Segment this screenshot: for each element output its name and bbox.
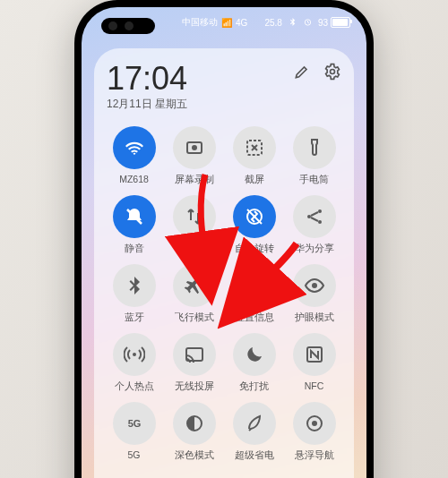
tile-mobiledata: 移动数据 [167,195,221,255]
airplane-label: 飞行模式 [175,312,214,324]
tile-darkmode: 深色模式 [167,402,221,462]
eyecomfort-label: 护眼模式 [295,312,334,324]
tile-wifi: MZ618 [107,126,161,186]
tile-torch: 手电筒 [287,126,341,186]
svg-point-6 [307,215,311,218]
gear-icon[interactable] [323,63,341,84]
tile-screenshot: 截屏 [227,126,281,186]
tile-airplane: 飞行模式 [167,264,221,324]
hotspot-label: 个人热点 [115,380,154,393]
battery-pct: 93 [318,18,328,28]
screenshot-label: 截屏 [245,174,264,186]
net-speed: 25.8 [264,18,281,28]
tile-floatnav: 悬浮导航 [287,402,341,462]
screenshot-toggle[interactable] [233,126,276,169]
dnd-label: 免打扰 [239,380,269,393]
phone-frame: 中国移动 📶 4G 25.8 93 [74,0,374,478]
photo-backdrop: 中国移动 📶 4G 25.8 93 [0,0,448,478]
signal-icon: 📶 [221,18,232,28]
wifi-label: MZ618 [119,174,149,184]
floatnav-label: 悬浮导航 [295,449,334,462]
battery-indicator: 93 [318,17,350,28]
tile-location: 位置信息 [227,264,281,324]
bluetooth-toggle[interactable] [113,264,156,307]
tile-cast: 无线投屏 [167,333,221,393]
clock-date: 12月11日 星期五 [107,97,187,112]
autorotate-label: 自动旋转 [235,243,274,255]
cast-toggle[interactable] [173,333,216,376]
huaweishare-toggle[interactable] [293,195,336,238]
clock-block[interactable]: 17:04 12月11日 星期五 [107,63,187,112]
tile-autorotate: 自动旋转 [227,195,281,255]
quick-settings-panel[interactable]: 17:04 12月11日 星期五 MZ618屏幕录制截屏手电筒静音移动数据自动旋… [94,48,354,478]
tile-dnd: 免打扰 [227,333,281,393]
cast-label: 无线投屏 [175,380,214,393]
tile-screenrec: 屏幕录制 [167,126,221,186]
mobiledata-label: 移动数据 [175,243,214,255]
mute-toggle[interactable] [113,195,156,238]
screenrec-label: 屏幕录制 [175,174,214,186]
powersave-toggle[interactable] [233,402,276,445]
5g-label: 5G [127,449,140,460]
autorotate-toggle[interactable] [233,195,276,238]
floatnav-toggle[interactable] [293,402,336,445]
mobiledata-toggle[interactable] [173,195,216,238]
bluetooth-status-icon [288,17,297,29]
torch-toggle[interactable] [293,126,336,169]
location-label: 位置信息 [235,312,274,324]
tiles-grid: MZ618屏幕录制截屏手电筒静音移动数据自动旋转华为分享蓝牙飞行模式位置信息护眼… [107,126,341,462]
battery-icon [331,17,350,28]
phone-screen: 中国移动 📶 4G 25.8 93 [82,7,366,478]
svg-point-8 [318,220,322,224]
edit-icon[interactable] [293,63,311,84]
svg-point-3 [192,145,197,150]
nfc-label: NFC [305,380,324,391]
svg-point-1 [331,70,335,74]
clock-time: 17:04 [107,63,187,95]
svg-point-7 [318,209,322,213]
nfc-toggle[interactable] [293,333,336,376]
svg-point-11 [133,353,136,356]
tile-powersave: 超级省电 [227,402,281,462]
screenrec-toggle[interactable] [173,126,216,169]
5g-toggle[interactable]: 5G [113,402,156,445]
svg-text:5G: 5G [127,418,141,429]
carrier-label: 中国移动 📶 4G [182,16,247,29]
powersave-label: 超级省电 [235,449,274,462]
wifi-toggle[interactable] [113,126,156,169]
tile-bluetooth: 蓝牙 [107,264,161,324]
svg-point-10 [312,283,317,288]
tile-hotspot: 个人热点 [107,333,161,393]
svg-point-17 [312,421,317,426]
airplane-toggle[interactable] [173,264,216,307]
mute-label: 静音 [125,243,144,255]
tile-huaweishare: 华为分享 [287,195,341,255]
tile-eyecomfort: 护眼模式 [287,264,341,324]
tile-nfc: NFC [287,333,341,393]
darkmode-toggle[interactable] [173,402,216,445]
tile-5g: 5G5G [107,402,161,462]
svg-point-9 [252,281,256,286]
huaweishare-label: 华为分享 [295,243,334,255]
tile-mute: 静音 [107,195,161,255]
net-type: 4G [236,18,247,28]
status-bar: 中国移动 📶 4G 25.8 93 [82,13,366,31]
alarm-status-icon [303,17,313,29]
eyecomfort-toggle[interactable] [293,264,336,307]
darkmode-label: 深色模式 [175,449,214,462]
hotspot-toggle[interactable] [113,333,156,376]
dnd-toggle[interactable] [233,333,276,376]
location-toggle[interactable] [233,264,276,307]
bluetooth-label: 蓝牙 [125,312,144,324]
carrier-text: 中国移动 [182,16,218,29]
panel-header: 17:04 12月11日 星期五 [107,63,341,112]
torch-label: 手电筒 [299,174,329,186]
